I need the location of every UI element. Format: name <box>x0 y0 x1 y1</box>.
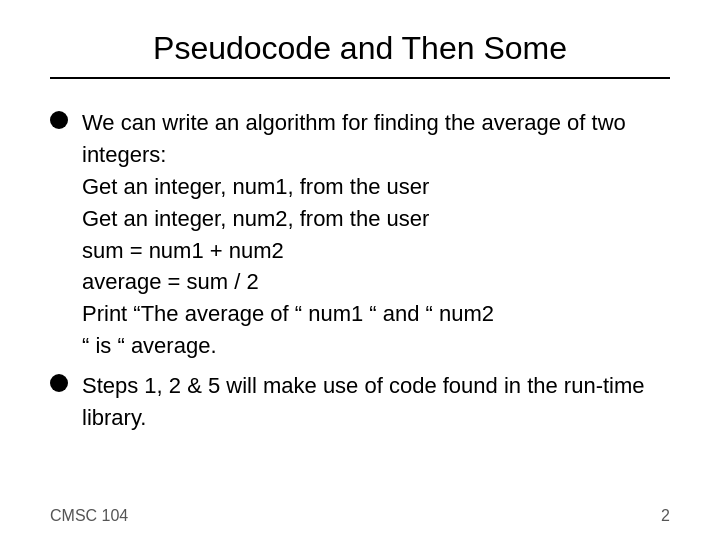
bullet-dot-1 <box>50 111 68 129</box>
bullet-item-1: We can write an algorithm for finding th… <box>50 107 670 362</box>
slide-footer: CMSC 104 2 <box>50 507 670 525</box>
bullet-text-2: Steps 1, 2 & 5 will make use of code fou… <box>82 370 670 434</box>
bullet-item-2: Steps 1, 2 & 5 will make use of code fou… <box>50 370 670 434</box>
slide: Pseudocode and Then Some We can write an… <box>0 0 720 540</box>
footer-label: CMSC 104 <box>50 507 128 525</box>
footer-page: 2 <box>661 507 670 525</box>
bullet-dot-2 <box>50 374 68 392</box>
bullet-text-1: We can write an algorithm for finding th… <box>82 107 670 362</box>
slide-content: We can write an algorithm for finding th… <box>50 97 670 434</box>
slide-title: Pseudocode and Then Some <box>50 30 670 79</box>
